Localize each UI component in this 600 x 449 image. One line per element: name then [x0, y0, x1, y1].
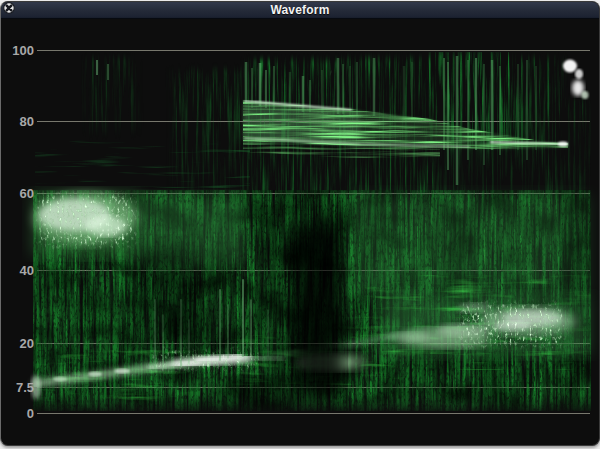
svg-text:60: 60: [20, 186, 34, 201]
svg-text:80: 80: [20, 114, 34, 129]
svg-text:20: 20: [20, 336, 34, 351]
svg-text:7.5: 7.5: [16, 380, 34, 395]
svg-text:40: 40: [20, 263, 34, 278]
svg-text:0: 0: [27, 406, 34, 421]
svg-text:100: 100: [12, 43, 34, 58]
